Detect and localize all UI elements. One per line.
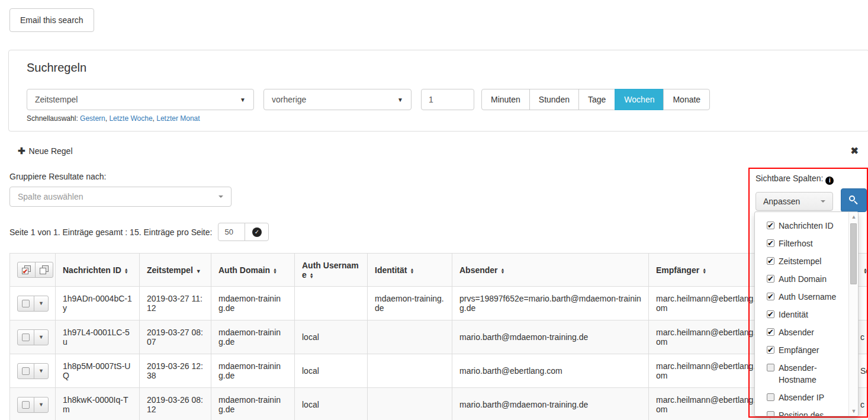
- table-row: ▼ 1h9ADn-0004bC-1y 2019-03-27 11:12 mdae…: [10, 287, 868, 320]
- scrollbar-thumb[interactable]: [850, 223, 857, 284]
- rule-amount-input[interactable]: [421, 89, 474, 110]
- cell-auth-domain: mdaemon-training.de: [211, 388, 295, 420]
- time-unit-button-group: Minuten Stunden Tage Wochen Monate: [481, 89, 710, 110]
- table-header-row: ✔ Nachrichten ID▲▼ Zeitstempel▼ Auth Dom…: [10, 254, 868, 287]
- sort-desc-icon: ▼: [196, 268, 201, 274]
- quick-link-letzte-woche[interactable]: Letzte Woche: [109, 114, 152, 123]
- chevron-down-icon: ▼: [397, 97, 403, 103]
- unit-button-wochen[interactable]: Wochen: [615, 89, 664, 110]
- row-checkbox-button[interactable]: [17, 296, 34, 312]
- quick-link-gestern[interactable]: Gestern: [80, 114, 105, 123]
- info-icon[interactable]: i: [825, 177, 834, 185]
- row-actions-button[interactable]: ▼: [34, 329, 49, 345]
- unit-button-stunden[interactable]: Stunden: [529, 89, 579, 110]
- column-option-zeitstempel[interactable]: Zeitstempel: [767, 252, 848, 270]
- page-size-input[interactable]: [218, 223, 245, 241]
- rule-field-value: Zeitstempel: [35, 95, 78, 104]
- apply-page-size-button[interactable]: ✓: [245, 223, 269, 241]
- column-option-auth-username[interactable]: Auth Username: [767, 288, 848, 306]
- cell-identity: [368, 320, 452, 354]
- rule-field-select[interactable]: Zeitstempel ▼: [27, 89, 254, 110]
- customize-columns-dropdown[interactable]: Anpassen: [756, 192, 833, 211]
- email-this-search-button[interactable]: Email this search: [9, 8, 94, 32]
- chevron-down-icon: ▼: [38, 300, 44, 306]
- row-select-cell: ▼: [10, 354, 56, 388]
- cell-message-id: 1h97L4-0001LC-5u: [56, 320, 140, 354]
- row-actions-button[interactable]: ▼: [34, 296, 49, 312]
- deselect-all-button[interactable]: [35, 262, 53, 278]
- new-rule-label: Neue Regel: [29, 146, 73, 156]
- checkbox-icon: [767, 239, 774, 247]
- column-header-auth-username[interactable]: Auth Username▲▼: [295, 254, 368, 287]
- column-option-auth-domain[interactable]: Auth Domain: [767, 270, 848, 288]
- unit-button-minuten[interactable]: Minuten: [481, 89, 530, 110]
- column-option-identitaet[interactable]: Identität: [767, 306, 848, 323]
- chevron-down-icon: ▼: [38, 402, 44, 408]
- cell-timestamp: 2019-03-26 08:12: [140, 388, 211, 420]
- rule-operator-select[interactable]: vorherige ▼: [263, 89, 412, 110]
- column-header-auth-domain[interactable]: Auth Domain▲▼: [211, 254, 295, 287]
- deselect-all-icon: [40, 265, 49, 274]
- check-circle-icon: ✓: [252, 227, 262, 237]
- row-actions-button[interactable]: ▼: [34, 397, 49, 413]
- select-all-button[interactable]: ✔: [17, 262, 36, 278]
- checkbox-icon: [767, 293, 774, 300]
- scrollbar[interactable]: ▲ ▼: [848, 212, 858, 416]
- column-option-filterhost[interactable]: Filterhost: [767, 235, 848, 252]
- column-option-absender-ip[interactable]: Absender IP: [767, 389, 848, 406]
- close-icon[interactable]: ✖: [851, 145, 859, 156]
- cell-identity: [368, 354, 452, 388]
- column-header-nachrichten-id[interactable]: Nachrichten ID▲▼: [56, 254, 140, 287]
- row-select-cell: ▼: [10, 287, 56, 320]
- sort-icon: ▲▼: [310, 272, 314, 278]
- cell-timestamp: 2019-03-27 08:07: [140, 320, 211, 354]
- column-header-absender[interactable]: Absender▲▼: [452, 254, 649, 287]
- column-option-absender-hostname[interactable]: Absender-Hostname: [767, 359, 848, 389]
- sort-icon: ▲▼: [410, 268, 414, 274]
- column-option-position-des[interactable]: Position des: [767, 406, 848, 416]
- table-row: ▼ 1h8kwK-0000Iq-Tm 2019-03-26 08:12 mdae…: [10, 388, 868, 420]
- column-header-identitaet[interactable]: Identität▲▼: [368, 254, 452, 287]
- visible-columns-panel: Sichtbare Spalten:i Anpassen Nachrichten…: [748, 168, 868, 418]
- cell-auth-domain: mdaemon-training.de: [211, 354, 295, 388]
- cell-identity: mdaemon-training.de: [368, 287, 452, 320]
- unit-button-tage[interactable]: Tage: [578, 89, 615, 110]
- column-option-empfaenger[interactable]: Empfänger: [767, 341, 848, 359]
- checkbox-icon: [22, 300, 30, 307]
- search-rules-panel: Suchregeln Zeitstempel ▼ vorherige ▼ Min…: [8, 50, 868, 132]
- group-by-label: Gruppiere Resultate nach:: [9, 172, 868, 181]
- chevron-down-icon: ▼: [38, 334, 44, 340]
- results-table: ✔ Nachrichten ID▲▼ Zeitstempel▼ Auth Dom…: [9, 253, 868, 420]
- quick-link-letzter-monat[interactable]: Letzter Monat: [156, 114, 200, 123]
- group-by-select[interactable]: Spalte auswählen: [9, 187, 232, 207]
- select-all-icon: ✔: [22, 265, 31, 274]
- new-rule-button[interactable]: ✚Neue Regel: [18, 146, 73, 156]
- cell-sender: mario.barth@ebertlang.com: [452, 354, 649, 388]
- column-option-nachrichten-id[interactable]: Nachrichten ID: [767, 217, 848, 235]
- sort-icon: ▲▼: [501, 268, 505, 274]
- cell-sender: mario.barth@mdaemon-training.de: [452, 388, 649, 420]
- plus-icon: ✚: [18, 146, 25, 156]
- row-actions-button[interactable]: ▼: [34, 363, 49, 379]
- columns-dropdown-list: Nachrichten ID Filterhost Zeitstempel Au…: [754, 211, 859, 416]
- column-option-absender[interactable]: Absender: [767, 323, 848, 341]
- row-checkbox-button[interactable]: [17, 397, 34, 413]
- group-by-placeholder: Spalte auswählen: [18, 192, 83, 201]
- cell-auth-username: local: [295, 354, 368, 388]
- search-button[interactable]: [841, 188, 867, 212]
- checkbox-icon: [22, 367, 30, 375]
- cell-timestamp: 2019-03-27 11:12: [140, 287, 211, 320]
- chevron-down-icon: [821, 200, 825, 203]
- checkbox-icon: [767, 310, 774, 318]
- checkbox-icon: [767, 257, 774, 265]
- column-header-zeitstempel[interactable]: Zeitstempel▼: [140, 254, 211, 287]
- checkbox-icon: [767, 275, 774, 283]
- sort-icon: ▲▼: [273, 268, 277, 274]
- row-checkbox-button[interactable]: [17, 329, 34, 345]
- scroll-up-icon[interactable]: ▲: [849, 212, 859, 222]
- unit-button-monate[interactable]: Monate: [663, 89, 710, 110]
- cell-auth-username: local: [295, 320, 368, 354]
- quick-select-row: Schnellauswahl: Gestern, Letzte Woche, L…: [27, 114, 859, 123]
- row-checkbox-button[interactable]: [17, 363, 34, 379]
- scroll-down-icon[interactable]: ▼: [849, 406, 859, 416]
